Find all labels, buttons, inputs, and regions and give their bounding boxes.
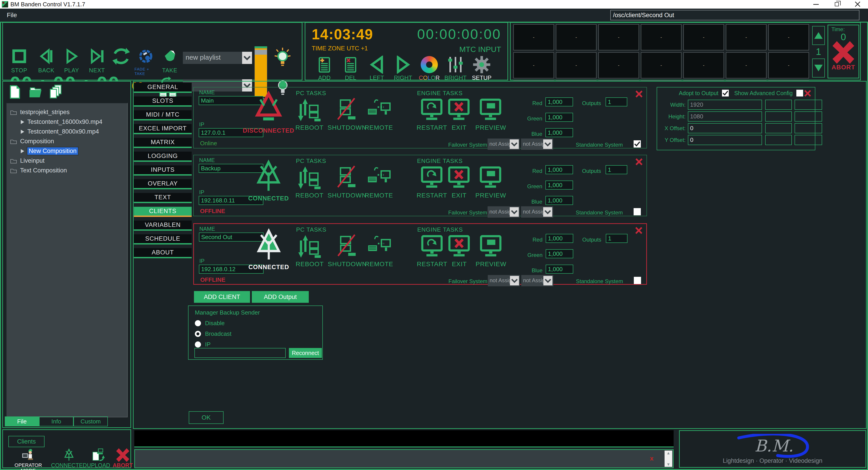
- restart-button[interactable]: RESTART: [416, 165, 447, 199]
- shutdown-button[interactable]: SHUTDOWN: [328, 234, 367, 268]
- slot-cell[interactable]: -: [513, 52, 554, 79]
- playlist-select[interactable]: new playlist: [183, 52, 252, 64]
- failover-select-1[interactable]: not Assigned: [488, 275, 520, 286]
- upload-button[interactable]: UPLOAD: [86, 448, 111, 468]
- osc-path-field[interactable]: /osc/client/Second Out: [610, 10, 860, 20]
- abort-button[interactable]: ABORT: [112, 448, 134, 468]
- log-scrollbar[interactable]: ▲▼: [664, 450, 672, 467]
- loop-button[interactable]: [109, 47, 133, 65]
- connection-button[interactable]: CONNECTED: [245, 227, 293, 271]
- config-extra-input[interactable]: [795, 100, 822, 110]
- nav-inputs[interactable]: INPUTS: [134, 165, 192, 176]
- exit-button[interactable]: EXIT: [447, 234, 472, 268]
- scroll-up-icon[interactable]: ▲: [666, 451, 671, 455]
- slot-cell[interactable]: -: [641, 24, 682, 51]
- exit-button[interactable]: EXIT: [446, 97, 472, 131]
- add-button[interactable]: ADD: [311, 55, 338, 81]
- config-extra-input[interactable]: [765, 100, 792, 110]
- red-input[interactable]: 1,000: [546, 97, 573, 106]
- config-input[interactable]: 1920: [688, 100, 762, 110]
- slot-cell[interactable]: -: [513, 80, 554, 81]
- nav-logging[interactable]: LOGGING: [134, 152, 192, 162]
- tree-arrow-icon[interactable]: [20, 129, 25, 134]
- slot-cell[interactable]: -: [726, 80, 767, 81]
- play-button[interactable]: PLAY: [61, 47, 83, 74]
- nav-text[interactable]: TEXT: [134, 193, 192, 203]
- take-button[interactable]: TAKE: [159, 47, 181, 74]
- slot-cell[interactable]: -: [726, 52, 767, 79]
- adopt-checkbox[interactable]: [722, 90, 729, 96]
- tab-info[interactable]: Info: [39, 416, 73, 427]
- close-button[interactable]: [847, 0, 868, 8]
- slot-cell[interactable]: -: [641, 52, 682, 79]
- reboot-button[interactable]: REBOOT: [296, 165, 323, 199]
- slot-cell[interactable]: -: [683, 52, 724, 79]
- nav-general[interactable]: GENERAL: [134, 83, 192, 93]
- tree-arrow-icon[interactable]: [20, 149, 25, 154]
- slot-cell[interactable]: -: [683, 24, 724, 51]
- abort-x-icon[interactable]: [832, 41, 855, 64]
- copy-pages-icon[interactable]: [49, 84, 63, 100]
- color-button[interactable]: COLOR: [416, 55, 442, 81]
- slot-cell[interactable]: -: [513, 24, 554, 51]
- standalone-checkbox[interactable]: [633, 140, 641, 148]
- slot-cell[interactable]: -: [726, 24, 767, 51]
- slot-cell[interactable]: -: [768, 52, 809, 79]
- tree-item[interactable]: testprojekt_stripes: [6, 107, 127, 117]
- connection-button[interactable]: DISCONNECTED: [245, 91, 292, 134]
- blue-input[interactable]: 1,000: [546, 264, 573, 274]
- next-button[interactable]: NEXT: [86, 47, 108, 74]
- config-extra-input[interactable]: [795, 112, 822, 122]
- radio-disable[interactable]: Disable: [195, 320, 322, 327]
- shutdown-button[interactable]: SHUTDOWN: [328, 165, 367, 199]
- preview-button[interactable]: PREVIEW: [475, 234, 506, 268]
- remove-client-icon[interactable]: [635, 90, 643, 98]
- connected-button[interactable]: CONNECTED: [53, 448, 85, 468]
- tab-custom[interactable]: Custom: [73, 416, 108, 427]
- log-close-icon[interactable]: x: [650, 455, 653, 462]
- failover-select-1[interactable]: not Assigned: [488, 138, 520, 150]
- advanced-checkbox[interactable]: [796, 90, 803, 96]
- blue-input[interactable]: 1,000: [546, 128, 573, 137]
- remote-button[interactable]: REMOTE: [365, 234, 393, 268]
- slot-cell[interactable]: -: [556, 24, 596, 51]
- slot-cell[interactable]: -: [556, 52, 596, 79]
- failover-select-2[interactable]: not Assigned: [521, 138, 553, 150]
- tree-item[interactable]: Liveinput: [6, 156, 127, 166]
- tree-item[interactable]: Text Composition: [6, 166, 127, 175]
- exit-button[interactable]: EXIT: [446, 165, 472, 199]
- config-extra-input[interactable]: [795, 135, 822, 145]
- nav-midi-mtc[interactable]: MIDI / MTC: [134, 110, 192, 120]
- config-extra-input[interactable]: [765, 112, 792, 122]
- config-input[interactable]: 1080: [688, 112, 762, 122]
- config-input[interactable]: 0: [688, 135, 762, 145]
- bright-button[interactable]: BRIGHT: [442, 55, 469, 81]
- back-button[interactable]: BACK: [35, 47, 58, 74]
- config-extra-input[interactable]: [795, 123, 822, 133]
- left-button[interactable]: LEFT: [364, 55, 390, 81]
- open-folder-icon[interactable]: [28, 84, 43, 100]
- right-button[interactable]: RIGHT: [390, 55, 416, 81]
- tree-item[interactable]: Testcontent_16000x90.mp4: [6, 117, 127, 127]
- outputs-input[interactable]: 1: [606, 165, 627, 174]
- radio-ip[interactable]: IP: [195, 341, 322, 348]
- backup-ip-input[interactable]: [194, 348, 286, 358]
- config-input[interactable]: 0: [688, 123, 762, 133]
- config-extra-input[interactable]: [765, 123, 792, 133]
- menu-file[interactable]: File: [7, 8, 17, 22]
- red-input[interactable]: 1,000: [546, 165, 573, 174]
- nav-matrix[interactable]: MATRIX: [134, 138, 192, 148]
- green-input[interactable]: 1,000: [546, 181, 573, 190]
- nav-slots[interactable]: SLOTS: [134, 96, 192, 107]
- reboot-button[interactable]: REBOOT: [296, 234, 324, 268]
- add-client-button[interactable]: ADD CLIENT: [194, 291, 250, 303]
- remote-button[interactable]: REMOTE: [365, 97, 393, 131]
- slot-cell[interactable]: -: [683, 80, 724, 81]
- shutdown-button[interactable]: SHUTDOWN: [328, 97, 367, 131]
- nav-excel-import[interactable]: EXCEL IMPORT: [134, 124, 192, 134]
- nav-clients[interactable]: CLIENTS: [134, 207, 192, 217]
- clients-mode-button[interactable]: Clients: [8, 436, 44, 447]
- tab-file[interactable]: File: [5, 416, 39, 427]
- slot-cell[interactable]: -: [598, 80, 639, 81]
- close-config-icon[interactable]: [804, 89, 812, 97]
